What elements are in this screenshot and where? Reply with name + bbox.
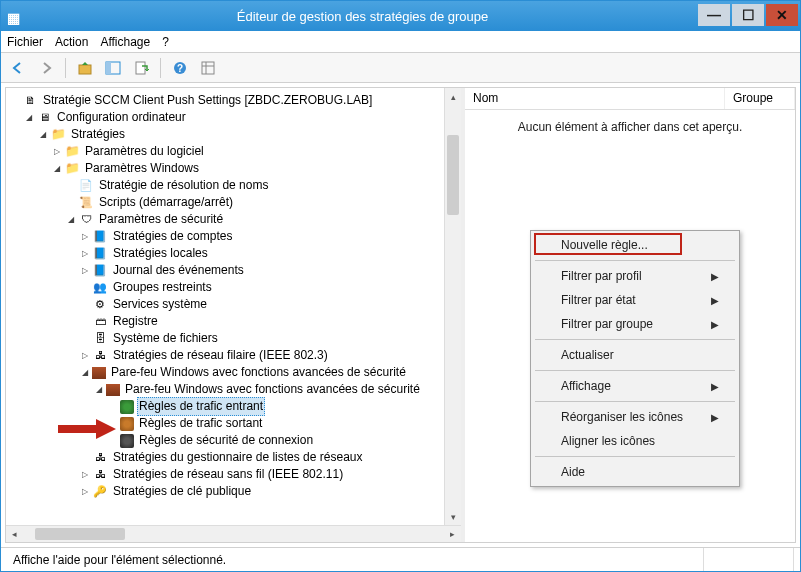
tree-wireless-network[interactable]: Stratégies de réseau sans fil (IEEE 802.… xyxy=(111,466,345,483)
forward-button[interactable] xyxy=(35,57,57,79)
tree-account-policies[interactable]: Stratégies de comptes xyxy=(111,228,234,245)
firewall-icon xyxy=(106,384,120,396)
tree-registry[interactable]: Registre xyxy=(111,313,160,330)
svg-rect-6 xyxy=(202,62,214,74)
menu-view[interactable]: Affichage▶ xyxy=(533,374,737,398)
tree-computer-config[interactable]: Configuration ordinateur xyxy=(55,109,188,126)
svg-rect-3 xyxy=(136,62,145,74)
tree-file-system[interactable]: Système de fichiers xyxy=(111,330,220,347)
scroll-left-button[interactable]: ◂ xyxy=(6,526,23,542)
menu-view[interactable]: Affichage xyxy=(100,35,150,49)
menu-help[interactable]: ? xyxy=(162,35,169,49)
export-button[interactable] xyxy=(130,57,152,79)
tree-local-policies[interactable]: Stratégies locales xyxy=(111,245,210,262)
groups-icon xyxy=(92,280,108,296)
window-title: Éditeur de gestion des stratégies de gro… xyxy=(27,9,698,24)
menu-help[interactable]: Aide xyxy=(533,460,737,484)
policy-book-icon xyxy=(92,246,108,262)
properties-button[interactable] xyxy=(197,57,219,79)
wireless-network-icon xyxy=(92,467,108,483)
tree-root[interactable]: Stratégie SCCM Client Push Settings [ZBD… xyxy=(41,92,374,109)
tree-restricted-groups[interactable]: Groupes restreints xyxy=(111,279,214,296)
tree-scripts[interactable]: Scripts (démarrage/arrêt) xyxy=(97,194,235,211)
tree-system-services[interactable]: Services système xyxy=(111,296,209,313)
filesystem-icon xyxy=(92,331,108,347)
scroll-thumb[interactable] xyxy=(447,135,459,215)
toolbar: ? xyxy=(1,53,800,83)
close-button[interactable]: ✕ xyxy=(766,4,798,26)
menu-filter-profile[interactable]: Filtrer par profil▶ xyxy=(533,264,737,288)
column-name[interactable]: Nom xyxy=(465,88,725,109)
statusbar-text: Affiche l'aide pour l'élément sélectionn… xyxy=(7,548,614,571)
menu-new-rule[interactable]: Nouvelle règle... xyxy=(533,233,737,257)
inbound-rules-icon xyxy=(120,400,134,414)
submenu-arrow-icon: ▶ xyxy=(711,271,719,282)
titlebar[interactable]: ▦ Éditeur de gestion des stratégies de g… xyxy=(1,1,800,31)
policy-book-icon xyxy=(92,229,108,245)
menubar: Fichier Action Affichage ? xyxy=(1,31,800,53)
menu-align-icons[interactable]: Aligner les icônes xyxy=(533,429,737,453)
tree-outbound-rules[interactable]: Règles de trafic sortant xyxy=(137,415,264,432)
app-window: ▦ Éditeur de gestion des stratégies de g… xyxy=(0,0,801,572)
system-menu-icon[interactable]: ▦ xyxy=(1,7,25,29)
listview-header[interactable]: Nom Groupe xyxy=(465,88,795,110)
shield-icon xyxy=(78,212,94,228)
scroll-thumb-h[interactable] xyxy=(35,528,125,540)
folder-icon xyxy=(64,144,80,160)
tree-software-settings[interactable]: Paramètres du logiciel xyxy=(83,143,206,160)
menu-filter-state[interactable]: Filtrer par état▶ xyxy=(533,288,737,312)
tree-windows-settings[interactable]: Paramètres Windows xyxy=(83,160,201,177)
listview-body[interactable]: Aucun élément à afficher dans cet aperçu… xyxy=(465,110,795,542)
menu-refresh[interactable]: Actualiser xyxy=(533,343,737,367)
content-area: Stratégie SCCM Client Push Settings [ZBD… xyxy=(5,87,796,543)
eventlog-icon xyxy=(92,263,108,279)
network-list-icon xyxy=(92,450,108,466)
empty-message: Aucun élément à afficher dans cet aperçu… xyxy=(465,120,795,134)
menu-file[interactable]: Fichier xyxy=(7,35,43,49)
column-group[interactable]: Groupe xyxy=(725,88,795,109)
scroll-right-button[interactable]: ▸ xyxy=(444,526,461,542)
tree-connection-security[interactable]: Règles de sécurité de connexion xyxy=(137,432,315,449)
tree-network-list-manager[interactable]: Stratégies du gestionnaire de listes de … xyxy=(111,449,365,466)
registry-icon xyxy=(92,314,108,330)
wired-network-icon xyxy=(92,348,108,364)
submenu-arrow-icon: ▶ xyxy=(711,295,719,306)
menu-action[interactable]: Action xyxy=(55,35,88,49)
tree-security-settings[interactable]: Paramètres de sécurité xyxy=(97,211,225,228)
minimize-button[interactable]: — xyxy=(698,4,730,26)
services-icon xyxy=(92,297,108,313)
show-hide-tree-button[interactable] xyxy=(102,57,124,79)
tree-firewall-advanced-inner[interactable]: Pare-feu Windows avec fonctions avancées… xyxy=(123,381,422,398)
maximize-button[interactable]: ☐ xyxy=(732,4,764,26)
svg-rect-0 xyxy=(79,65,91,74)
tree-inbound-rules[interactable]: Règles de trafic entrant xyxy=(137,397,265,416)
back-button[interactable] xyxy=(7,57,29,79)
tree-view[interactable]: Stratégie SCCM Client Push Settings [ZBD… xyxy=(6,88,444,525)
tree-pane: Stratégie SCCM Client Push Settings [ZBD… xyxy=(6,88,461,542)
tree-policies[interactable]: Stratégies xyxy=(69,126,127,143)
context-menu: Nouvelle règle... Filtrer par profil▶ Fi… xyxy=(530,230,740,487)
tree-event-log[interactable]: Journal des événements xyxy=(111,262,246,279)
tree-vertical-scrollbar[interactable]: ▴ ▾ xyxy=(444,88,461,525)
help-button[interactable]: ? xyxy=(169,57,191,79)
script-icon xyxy=(78,195,94,211)
connection-security-icon xyxy=(120,434,134,448)
menu-filter-group[interactable]: Filtrer par groupe▶ xyxy=(533,312,737,336)
folder-icon xyxy=(50,127,66,143)
submenu-arrow-icon: ▶ xyxy=(711,381,719,392)
up-button[interactable] xyxy=(74,57,96,79)
statusbar-cell-2 xyxy=(614,548,704,571)
menu-rearrange-icons[interactable]: Réorganiser les icônes▶ xyxy=(533,405,737,429)
tree-name-resolution[interactable]: Stratégie de résolution de noms xyxy=(97,177,270,194)
firewall-icon xyxy=(92,367,106,379)
tree-public-key[interactable]: Stratégies de clé publique xyxy=(111,483,253,500)
public-key-icon xyxy=(92,484,108,500)
tree-firewall-advanced[interactable]: Pare-feu Windows avec fonctions avancées… xyxy=(109,364,408,381)
scroll-down-button[interactable]: ▾ xyxy=(445,508,461,525)
scroll-up-button[interactable]: ▴ xyxy=(445,88,461,105)
listview-pane: Nom Groupe Aucun élément à afficher dans… xyxy=(465,88,795,542)
tree-horizontal-scrollbar[interactable]: ◂ ▸ xyxy=(6,525,461,542)
policy-icon xyxy=(22,93,38,109)
tree-wired-network[interactable]: Stratégies de réseau filaire (IEEE 802.3… xyxy=(111,347,330,364)
statusbar-cell-3 xyxy=(704,548,794,571)
